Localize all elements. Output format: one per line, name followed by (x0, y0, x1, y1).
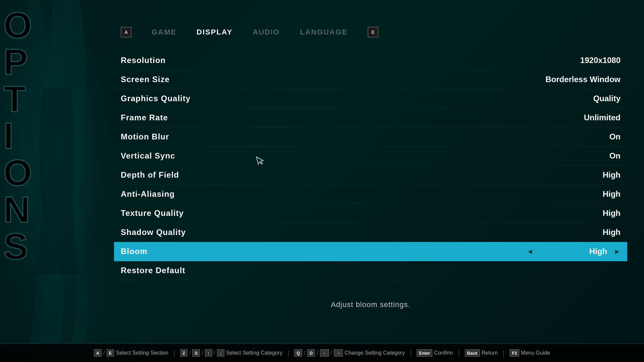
main-content: A GAME DISPLAY AUDIO LANGUAGE E Resoluti… (114, 27, 627, 335)
setting-bloom[interactable]: Bloom ◄ High ► (114, 242, 627, 261)
hint-select-category: Z / S / ↑ / ↓ Select Setting Category (180, 349, 282, 357)
hint-select-section: A / E Select Setting Section (94, 349, 168, 357)
key-s-icon: S (192, 349, 200, 357)
setting-motion-blur[interactable]: Motion Blur On (114, 127, 627, 146)
options-letter-t: T (3, 80, 31, 117)
options-letter-p: P (3, 44, 31, 80)
hint-select-category-text: Select Setting Category (226, 350, 282, 356)
key-up-icon: ↑ (205, 349, 212, 357)
setting-screen-size[interactable]: Screen Size Borderless Window (114, 70, 627, 89)
separator-2: | (287, 349, 289, 357)
setting-motion-blur-value: On (553, 132, 621, 141)
setting-texture-quality-value: High (553, 208, 621, 218)
setting-bloom-label: Bloom (121, 247, 527, 256)
bloom-arrow-right[interactable]: ► (614, 248, 621, 255)
tab-navigation: A GAME DISPLAY AUDIO LANGUAGE E (114, 27, 627, 38)
setting-graphics-quality-value: Quality (553, 94, 621, 103)
bottom-bar: A / E Select Setting Section | Z / S / ↑… (0, 344, 644, 362)
separator-3: | (410, 349, 412, 357)
setting-screen-size-label: Screen Size (121, 75, 545, 84)
hint-menu-guide: F3 Menu Guide (509, 349, 550, 357)
hint-return: Back Return (465, 349, 498, 357)
key-back-icon: Back (465, 349, 480, 357)
hint-confirm-text: Confirm (434, 350, 453, 356)
setting-texture-quality[interactable]: Texture Quality High (114, 204, 627, 223)
tab-game[interactable]: GAME (152, 28, 176, 37)
key-down-icon: ↓ (217, 349, 224, 357)
bloom-arrow-left[interactable]: ◄ (527, 248, 533, 255)
setting-graphics-quality[interactable]: Graphics Quality Quality (114, 89, 627, 108)
hint-select-section-text: Select Setting Section (116, 350, 168, 356)
key-d-icon: D (307, 349, 315, 357)
svg-point-1 (37, 34, 77, 87)
setting-resolution[interactable]: Resolution 644x362 (114, 51, 627, 70)
setting-depth-of-field-value: High (553, 170, 621, 180)
separator-5: | (503, 349, 504, 357)
tab-key-a[interactable]: A (121, 27, 131, 38)
setting-anti-aliasing-label: Anti-Aliasing (121, 189, 553, 199)
key-q-icon: Q (294, 349, 302, 357)
setting-depth-of-field-label: Depth of Field (121, 170, 553, 180)
setting-vertical-sync[interactable]: Vertical Sync On (114, 146, 627, 166)
options-letter-n: N (3, 191, 31, 228)
separator-1: | (173, 349, 175, 357)
key-right-icon: → (334, 349, 343, 357)
setting-resolution-value: 644x362 (553, 56, 621, 65)
tab-key-e[interactable]: E (368, 27, 378, 38)
hint-confirm: Enter Confirm (417, 349, 453, 357)
options-letter-i: I (3, 117, 31, 154)
setting-frame-rate-label: Frame Rate (121, 113, 553, 122)
setting-vertical-sync-label: Vertical Sync (121, 151, 553, 161)
key-left-icon: ← (320, 349, 329, 357)
setting-frame-rate-value: Unlimited (553, 113, 621, 122)
setting-anti-aliasing[interactable]: Anti-Aliasing High (114, 185, 627, 204)
setting-depth-of-field[interactable]: Depth of Field High (114, 166, 627, 185)
options-letter-o1: O (3, 7, 31, 44)
tab-display[interactable]: DISPLAY (197, 28, 232, 37)
setting-shadow-quality[interactable]: Shadow Quality High (114, 223, 627, 242)
hint-return-text: Return (482, 350, 498, 356)
key-z-icon: Z (180, 349, 187, 357)
hint-menu-guide-text: Menu Guide (521, 350, 550, 356)
setting-shadow-quality-value: High (553, 228, 621, 237)
tab-language[interactable]: LANGUAGE (300, 28, 347, 37)
hint-change-category: Q / D / ← / → Change Setting Category (294, 349, 405, 357)
setting-bloom-value: High (540, 247, 607, 256)
setting-restore-default-label: Restore Default (121, 266, 553, 275)
setting-resolution-label: Resolution (121, 56, 553, 65)
separator-4: | (458, 349, 460, 357)
setting-shadow-quality-label: Shadow Quality (121, 228, 553, 237)
setting-motion-blur-label: Motion Blur (121, 132, 553, 141)
setting-vertical-sync-value: On (553, 151, 621, 161)
options-letter-s: S (3, 228, 31, 265)
setting-description: Adjust bloom settings. (114, 300, 627, 309)
setting-screen-size-value: Borderless Window (545, 75, 621, 84)
tab-audio[interactable]: AUDIO (253, 28, 280, 37)
options-letter-o2: O (3, 154, 31, 191)
setting-anti-aliasing-value: High (553, 189, 621, 199)
key-f3-icon: F3 (509, 349, 519, 357)
options-title: O P T I O N S (3, 7, 31, 265)
hint-change-category-text: Change Setting Category (344, 350, 405, 356)
key-a-icon: A (94, 349, 102, 357)
setting-texture-quality-label: Texture Quality (121, 208, 553, 218)
bloom-value-control: ◄ High ► (527, 247, 621, 256)
key-enter-icon: Enter (417, 349, 432, 357)
key-e-icon: E (107, 349, 114, 357)
setting-restore-default[interactable]: Restore Default (114, 261, 627, 280)
setting-graphics-quality-label: Graphics Quality (121, 94, 553, 103)
setting-frame-rate[interactable]: Frame Rate Unlimited (114, 108, 627, 127)
settings-list: Resolution 644x362 Screen Size Borderl… (114, 51, 627, 280)
